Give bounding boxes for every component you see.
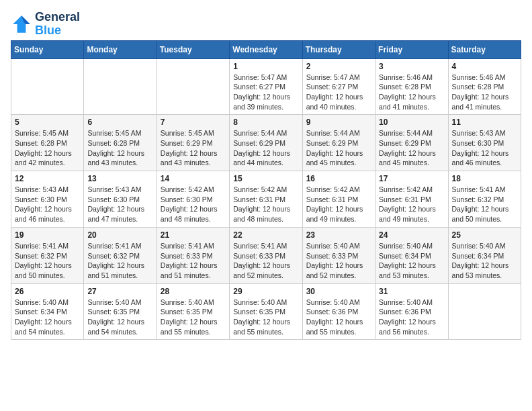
day-info: Sunrise: 5:44 AM Sunset: 6:29 PM Dayligh… [379, 128, 444, 168]
day-number: 15 [233, 174, 298, 183]
day-number: 27 [87, 287, 152, 296]
day-number: 25 [452, 230, 517, 240]
day-number: 16 [306, 174, 371, 183]
calendar-week-2: 5Sunrise: 5:45 AM Sunset: 6:28 PM Daylig… [11, 115, 521, 171]
calendar-week-5: 26Sunrise: 5:40 AM Sunset: 6:34 PM Dayli… [11, 283, 521, 340]
day-info: Sunrise: 5:41 AM Sunset: 6:33 PM Dayligh… [161, 241, 226, 281]
day-number: 12 [15, 174, 80, 183]
day-number: 31 [379, 287, 444, 296]
day-info: Sunrise: 5:40 AM Sunset: 6:34 PM Dayligh… [15, 298, 80, 337]
calendar-cell: 12Sunrise: 5:43 AM Sunset: 6:30 PM Dayli… [11, 171, 84, 228]
day-info: Sunrise: 5:41 AM Sunset: 6:32 PM Dayligh… [452, 185, 517, 224]
day-number: 3 [379, 62, 444, 71]
day-info: Sunrise: 5:44 AM Sunset: 6:29 PM Dayligh… [233, 128, 298, 168]
day-info: Sunrise: 5:43 AM Sunset: 6:30 PM Dayligh… [15, 185, 80, 224]
calendar-week-4: 19Sunrise: 5:41 AM Sunset: 6:32 PM Dayli… [11, 227, 521, 283]
calendar-body: 1Sunrise: 5:47 AM Sunset: 6:27 PM Daylig… [11, 58, 521, 340]
day-info: Sunrise: 5:46 AM Sunset: 6:28 PM Dayligh… [379, 73, 444, 112]
logo: General Blue [11, 11, 80, 38]
day-number: 20 [87, 230, 152, 240]
day-info: Sunrise: 5:40 AM Sunset: 6:34 PM Dayligh… [452, 241, 517, 281]
logo-icon [11, 13, 32, 35]
calendar-cell: 22Sunrise: 5:41 AM Sunset: 6:33 PM Dayli… [230, 227, 302, 283]
day-number: 9 [306, 118, 371, 127]
day-number: 29 [233, 287, 298, 296]
day-info: Sunrise: 5:47 AM Sunset: 6:27 PM Dayligh… [233, 73, 298, 112]
day-number: 23 [306, 230, 371, 240]
calendar-cell: 25Sunrise: 5:40 AM Sunset: 6:34 PM Dayli… [448, 227, 521, 283]
day-info: Sunrise: 5:40 AM Sunset: 6:33 PM Dayligh… [306, 241, 371, 281]
calendar-cell: 6Sunrise: 5:45 AM Sunset: 6:28 PM Daylig… [84, 115, 157, 171]
calendar-cell [448, 283, 521, 340]
day-info: Sunrise: 5:40 AM Sunset: 6:34 PM Dayligh… [379, 241, 444, 281]
calendar-cell: 4Sunrise: 5:46 AM Sunset: 6:28 PM Daylig… [448, 58, 521, 115]
day-info: Sunrise: 5:45 AM Sunset: 6:28 PM Dayligh… [15, 128, 80, 168]
calendar-cell: 21Sunrise: 5:41 AM Sunset: 6:33 PM Dayli… [157, 227, 229, 283]
day-info: Sunrise: 5:40 AM Sunset: 6:36 PM Dayligh… [306, 298, 371, 337]
calendar-week-3: 12Sunrise: 5:43 AM Sunset: 6:30 PM Dayli… [11, 171, 521, 228]
calendar-cell [157, 58, 229, 115]
day-info: Sunrise: 5:42 AM Sunset: 6:31 PM Dayligh… [306, 185, 371, 224]
day-number: 14 [161, 174, 226, 183]
day-info: Sunrise: 5:45 AM Sunset: 6:28 PM Dayligh… [87, 128, 152, 168]
day-number: 11 [452, 118, 517, 127]
calendar-cell: 24Sunrise: 5:40 AM Sunset: 6:34 PM Dayli… [375, 227, 448, 283]
weekday-wednesday: Wednesday [230, 40, 302, 58]
calendar-cell: 2Sunrise: 5:47 AM Sunset: 6:27 PM Daylig… [302, 58, 375, 115]
day-info: Sunrise: 5:41 AM Sunset: 6:33 PM Dayligh… [233, 241, 298, 281]
calendar-cell: 30Sunrise: 5:40 AM Sunset: 6:36 PM Dayli… [302, 283, 375, 340]
day-info: Sunrise: 5:40 AM Sunset: 6:35 PM Dayligh… [161, 298, 226, 337]
day-info: Sunrise: 5:41 AM Sunset: 6:32 PM Dayligh… [15, 241, 80, 281]
calendar-cell: 11Sunrise: 5:43 AM Sunset: 6:30 PM Dayli… [448, 115, 521, 171]
day-info: Sunrise: 5:46 AM Sunset: 6:28 PM Dayligh… [452, 73, 517, 112]
day-number: 2 [306, 62, 371, 71]
day-number: 28 [161, 287, 226, 296]
logo-text: General Blue [35, 11, 80, 38]
calendar-cell: 1Sunrise: 5:47 AM Sunset: 6:27 PM Daylig… [230, 58, 302, 115]
day-info: Sunrise: 5:41 AM Sunset: 6:32 PM Dayligh… [87, 241, 152, 281]
weekday-tuesday: Tuesday [157, 40, 229, 58]
day-info: Sunrise: 5:45 AM Sunset: 6:29 PM Dayligh… [161, 128, 226, 168]
calendar-cell [84, 58, 157, 115]
day-number: 22 [233, 230, 298, 240]
calendar-cell [11, 58, 84, 115]
day-number: 10 [379, 118, 444, 127]
day-info: Sunrise: 5:42 AM Sunset: 6:31 PM Dayligh… [233, 185, 298, 224]
calendar-cell: 17Sunrise: 5:42 AM Sunset: 6:31 PM Dayli… [375, 171, 448, 228]
calendar-cell: 20Sunrise: 5:41 AM Sunset: 6:32 PM Dayli… [84, 227, 157, 283]
day-number: 6 [87, 118, 152, 127]
calendar-cell: 9Sunrise: 5:44 AM Sunset: 6:29 PM Daylig… [302, 115, 375, 171]
day-number: 26 [15, 287, 80, 296]
day-number: 7 [161, 118, 226, 127]
day-number: 18 [452, 174, 517, 183]
day-number: 21 [161, 230, 226, 240]
day-info: Sunrise: 5:43 AM Sunset: 6:30 PM Dayligh… [87, 185, 152, 224]
day-number: 13 [87, 174, 152, 183]
day-info: Sunrise: 5:47 AM Sunset: 6:27 PM Dayligh… [306, 73, 371, 112]
day-info: Sunrise: 5:42 AM Sunset: 6:30 PM Dayligh… [161, 185, 226, 224]
calendar-cell: 23Sunrise: 5:40 AM Sunset: 6:33 PM Dayli… [302, 227, 375, 283]
day-number: 24 [379, 230, 444, 240]
calendar-table: SundayMondayTuesdayWednesdayThursdayFrid… [11, 40, 521, 340]
calendar-cell: 10Sunrise: 5:44 AM Sunset: 6:29 PM Dayli… [375, 115, 448, 171]
day-info: Sunrise: 5:43 AM Sunset: 6:30 PM Dayligh… [452, 128, 517, 168]
day-info: Sunrise: 5:42 AM Sunset: 6:31 PM Dayligh… [379, 185, 444, 224]
day-info: Sunrise: 5:40 AM Sunset: 6:35 PM Dayligh… [233, 298, 298, 337]
calendar-cell: 18Sunrise: 5:41 AM Sunset: 6:32 PM Dayli… [448, 171, 521, 228]
calendar-cell: 15Sunrise: 5:42 AM Sunset: 6:31 PM Dayli… [230, 171, 302, 228]
calendar-cell: 16Sunrise: 5:42 AM Sunset: 6:31 PM Dayli… [302, 171, 375, 228]
day-number: 17 [379, 174, 444, 183]
weekday-saturday: Saturday [448, 40, 521, 58]
weekday-sunday: Sunday [11, 40, 84, 58]
calendar-cell: 14Sunrise: 5:42 AM Sunset: 6:30 PM Dayli… [157, 171, 229, 228]
calendar-cell: 26Sunrise: 5:40 AM Sunset: 6:34 PM Dayli… [11, 283, 84, 340]
calendar-cell: 13Sunrise: 5:43 AM Sunset: 6:30 PM Dayli… [84, 171, 157, 228]
day-info: Sunrise: 5:40 AM Sunset: 6:35 PM Dayligh… [87, 298, 152, 337]
day-number: 4 [452, 62, 517, 71]
day-number: 30 [306, 287, 371, 296]
day-number: 5 [15, 118, 80, 127]
calendar-cell: 3Sunrise: 5:46 AM Sunset: 6:28 PM Daylig… [375, 58, 448, 115]
weekday-thursday: Thursday [302, 40, 375, 58]
calendar-cell: 5Sunrise: 5:45 AM Sunset: 6:28 PM Daylig… [11, 115, 84, 171]
day-info: Sunrise: 5:40 AM Sunset: 6:36 PM Dayligh… [379, 298, 444, 337]
